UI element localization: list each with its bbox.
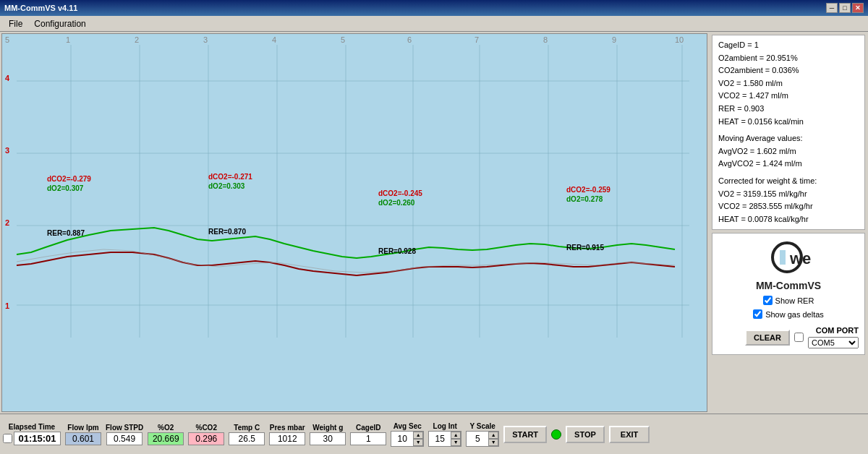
show-rer-checkbox[interactable] [763, 296, 773, 305]
maximize-button[interactable]: □ [839, 3, 851, 13]
bottom-bar: Elapsed Time 01:15:01 Flow lpm 0.601 Flo… [0, 414, 868, 454]
flow-stpd-value: 0.549 [106, 432, 142, 445]
log-int-spinner[interactable]: ▲ ▼ [428, 431, 461, 447]
weight-group: Weight g 30 [310, 424, 346, 445]
log-int-group: Log Int ▲ ▼ [428, 422, 461, 447]
log-int-up[interactable]: ▲ [451, 432, 461, 439]
log-int-label: Log Int [433, 422, 457, 430]
stat-avg-vco2: AvgVCO2 = 1.424 ml/m [718, 158, 859, 171]
pres-value: 1012 [269, 432, 305, 445]
com-port-label: COM PORT [816, 326, 859, 335]
close-button[interactable]: ✕ [852, 3, 864, 13]
window-controls: ─ □ ✕ [826, 3, 864, 13]
cwe-logo: we [760, 239, 817, 275]
stat-cage-id: CageID = 1 [718, 39, 859, 52]
stat-co2ambient: CO2ambient = 0.036% [718, 64, 859, 77]
weight-label: Weight g [312, 424, 343, 432]
start-button[interactable]: START [503, 426, 547, 443]
pres-label: Pres mbar [270, 424, 305, 432]
elapsed-checkbox[interactable] [3, 434, 12, 443]
temp-value: 26.5 [229, 432, 265, 445]
status-indicator [551, 429, 561, 440]
flow-stpd-label: Flow STPD [106, 424, 143, 432]
flow-lpm-group: Flow lpm 0.601 [65, 424, 101, 445]
o2-label: %O2 [158, 424, 174, 432]
chart-grid-svg [2, 34, 707, 411]
show-rer-row: Show RER [763, 296, 814, 305]
clear-row: CLEAR COM PORT COM5 [718, 326, 859, 348]
stat-corr-vco2: VCO2 = 2853.555 ml/kg/hr [718, 200, 859, 213]
y-scale-input[interactable] [467, 434, 488, 444]
show-gas-checkbox[interactable] [753, 309, 762, 319]
ann1-dco2: dCO2=-0.279 [47, 175, 91, 183]
cageid-label: CageID [356, 424, 380, 432]
show-gas-label: Show gas deltas [765, 310, 824, 319]
avg-sec-down[interactable]: ▼ [413, 439, 423, 446]
o2-group: %O2 20.669 [148, 424, 184, 445]
svg-rect-15 [780, 250, 786, 265]
avg-sec-up[interactable]: ▲ [413, 432, 423, 439]
o2-value: 20.669 [148, 432, 184, 445]
stat-heat: HEAT = 0.0156 kcal/min [718, 116, 859, 129]
titlebar: MM-CommVS v4.11 ─ □ ✕ [0, 0, 868, 16]
ann4-rer: RER=0.915 [566, 244, 604, 252]
app-title: MM-CommVS v4.11 [4, 4, 77, 12]
avg-sec-label: Avg Sec [393, 422, 422, 430]
y-scale-down[interactable]: ▼ [488, 439, 498, 446]
log-int-down[interactable]: ▼ [451, 439, 461, 446]
log-int-input[interactable] [429, 434, 451, 444]
avg-sec-input[interactable] [391, 434, 413, 444]
stat-o2ambient: O2ambient = 20.951% [718, 52, 859, 65]
ann3-dco2: dCO2=-0.245 [378, 189, 422, 197]
elapsed-value: 01:15:01 [14, 432, 61, 445]
ann2-rer: RER=0.870 [208, 228, 246, 236]
stat-corr-heat: HEAT = 0.0078 kcal/kg/hr [718, 213, 859, 226]
avg-sec-group: Avg Sec ▲ ▼ [391, 422, 424, 447]
y-scale-group: Y Scale ▲ ▼ [466, 422, 499, 447]
stat-vo2: VO2 = 1.580 ml/m [718, 77, 859, 90]
clear-checkbox[interactable] [794, 333, 804, 342]
menubar: File Configuration [0, 16, 868, 32]
flow-stpd-group: Flow STPD 0.549 [106, 424, 143, 445]
pres-group: Pres mbar 1012 [269, 424, 305, 445]
co2-group: %CO2 0.296 [188, 424, 224, 445]
stat-moving-avg-label: Moving Average values: [718, 132, 859, 145]
weight-value: 30 [310, 432, 346, 445]
ann1-do2: dO2=0.307 [47, 184, 83, 192]
elapsed-label: Elapsed Time [9, 423, 55, 431]
flow-lpm-label: Flow lpm [67, 424, 98, 432]
chart-area: 5 1 2 3 4 5 6 7 8 9 10 4 3 2 1 [1, 33, 707, 412]
com-port-select[interactable]: COM5 [808, 337, 859, 348]
cageid-value: 1 [350, 432, 386, 445]
com-port-section: COM PORT COM5 [808, 326, 859, 348]
ann3-do2: dO2=0.260 [378, 199, 414, 207]
logo-box: we MM-CommVS Show RER Show gas deltas CL… [712, 233, 865, 355]
y-scale-label: Y Scale [470, 422, 495, 430]
stat-corr-vo2: VO2 = 3159.155 ml/kg/hr [718, 188, 859, 201]
minimize-button[interactable]: ─ [826, 3, 838, 13]
ann2-do2: dO2=0.303 [208, 182, 244, 190]
temp-label: Temp C [234, 424, 260, 432]
stats-box: CageID = 1 O2ambient = 20.951% CO2ambien… [712, 35, 865, 230]
ann1-rer: RER=0.887 [47, 229, 85, 237]
stat-rer: RER = 0.903 [718, 103, 859, 116]
stat-corrected-label: Corrected for weight & time: [718, 175, 859, 188]
logo-title: MM-CommVS [756, 280, 821, 291]
avg-sec-spinner[interactable]: ▲ ▼ [391, 431, 424, 447]
y-scale-spinner[interactable]: ▲ ▼ [466, 431, 499, 447]
stop-button[interactable]: STOP [566, 426, 605, 443]
ann4-do2: dO2=0.278 [566, 195, 603, 203]
ann2-dco2: dCO2=-0.271 [208, 173, 252, 181]
show-gas-row: Show gas deltas [753, 309, 824, 319]
clear-button[interactable]: CLEAR [745, 330, 790, 346]
co2-value: 0.296 [188, 432, 224, 445]
show-rer-label: Show RER [775, 296, 814, 305]
menu-file[interactable]: File [3, 17, 28, 30]
exit-button[interactable]: EXIT [609, 426, 650, 443]
stat-avg-vo2: AvgVO2 = 1.602 ml/m [718, 145, 859, 158]
y-scale-up[interactable]: ▲ [488, 432, 498, 439]
stat-vco2: VCO2 = 1.427 ml/m [718, 90, 859, 103]
menu-configuration[interactable]: Configuration [28, 17, 91, 30]
temp-group: Temp C 26.5 [229, 424, 265, 445]
cageid-group: CageID 1 [350, 424, 386, 445]
